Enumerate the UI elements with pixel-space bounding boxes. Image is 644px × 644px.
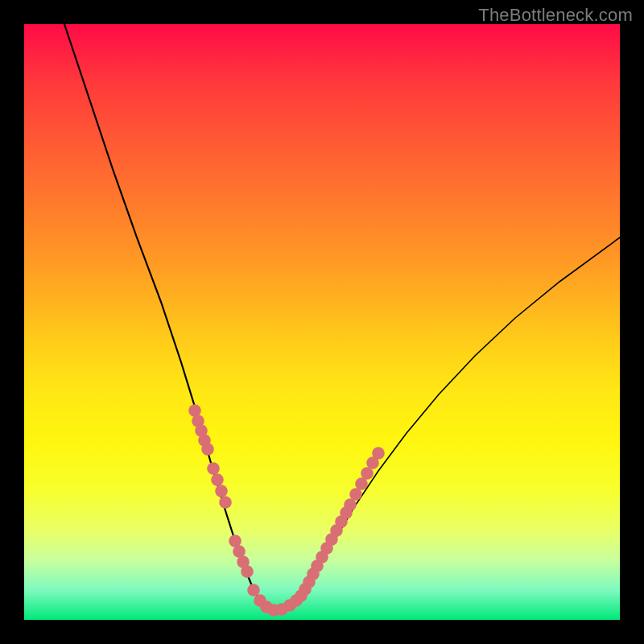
gradient-plot-area (24, 24, 620, 620)
bead-left-mid (207, 462, 220, 475)
bead-trough (247, 584, 260, 597)
curve-svg (24, 24, 620, 620)
bead-right-upper (372, 447, 385, 460)
bead-left-upper (201, 443, 214, 456)
app-frame: TheBottleneck.com (0, 0, 644, 644)
watermark-text: TheBottleneck.com (478, 5, 633, 26)
bead-left-mid (211, 473, 224, 486)
bead-left-mid (215, 485, 228, 497)
bead-left-mid (219, 496, 232, 509)
bead-left-low (241, 565, 254, 578)
curve-left-branch (64, 24, 274, 610)
bead-group-container (188, 404, 385, 617)
